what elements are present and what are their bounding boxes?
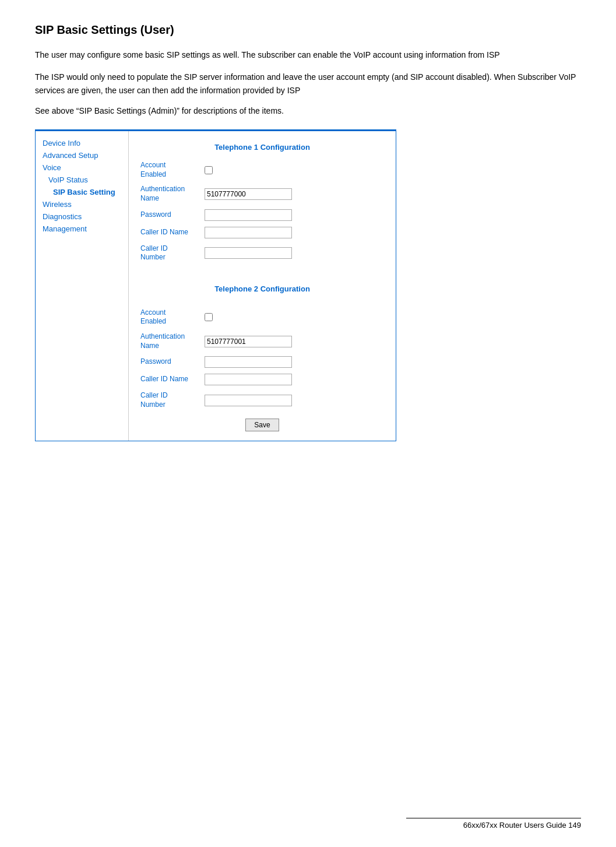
sidebar-item-diagnostics[interactable]: Diagnostics xyxy=(36,210,128,223)
label-t2-auth-name: AuthenticationName xyxy=(140,332,205,350)
label-t1-password: Password xyxy=(140,210,205,220)
form-row-t2-auth-name: AuthenticationName xyxy=(140,332,384,350)
see-above-text: See above “SIP Basic Settings (Admin)” f… xyxy=(35,106,581,115)
input-t1-password[interactable] xyxy=(205,209,292,221)
description-1: The user may configure some basic SIP se… xyxy=(35,48,581,61)
form-row-t2-caller-id-name: Caller ID Name xyxy=(140,374,384,385)
sidebar: Device Info Advanced Setup Voice VoIP St… xyxy=(36,131,129,441)
sidebar-item-device-info[interactable]: Device Info xyxy=(36,137,128,149)
ui-container: Device Info Advanced Setup Voice VoIP St… xyxy=(35,129,396,441)
main-panel: Telephone 1 Configuration AccountEnabled… xyxy=(129,131,396,441)
input-t1-caller-id-number[interactable] xyxy=(205,247,292,259)
label-t2-password: Password xyxy=(140,357,205,367)
label-t2-caller-id-number: Caller IDNumber xyxy=(140,391,205,409)
sidebar-item-sip-basic-setting[interactable]: SIP Basic Setting xyxy=(36,186,128,198)
telephone2-title: Telephone 2 Configuration xyxy=(140,284,384,293)
sidebar-item-voip-status[interactable]: VoIP Status xyxy=(36,174,128,186)
form-row-t2-account-enabled: AccountEnabled xyxy=(140,308,384,326)
label-t2-caller-id-name: Caller ID Name xyxy=(140,375,205,384)
telephone1-title: Telephone 1 Configuration xyxy=(140,143,384,152)
label-t1-account-enabled: AccountEnabled xyxy=(140,161,205,179)
sidebar-item-wireless[interactable]: Wireless xyxy=(36,198,128,210)
label-t1-auth-name: AuthenticationName xyxy=(140,185,205,203)
label-t2-account-enabled: AccountEnabled xyxy=(140,308,205,326)
input-t1-account-enabled[interactable] xyxy=(205,166,213,174)
save-button[interactable]: Save xyxy=(245,419,279,431)
page-title: SIP Basic Settings (User) xyxy=(35,23,581,37)
sidebar-item-advanced-setup[interactable]: Advanced Setup xyxy=(36,149,128,161)
form-row-t1-password: Password xyxy=(140,209,384,221)
description-2: The ISP would only need to populate the … xyxy=(35,71,581,97)
label-t1-caller-id-number: Caller IDNumber xyxy=(140,244,205,262)
save-row: Save xyxy=(140,419,384,431)
input-t2-auth-name[interactable] xyxy=(205,336,292,347)
form-row-t1-auth-name: AuthenticationName xyxy=(140,185,384,203)
form-row-t1-account-enabled: AccountEnabled xyxy=(140,161,384,179)
input-t1-caller-id-name[interactable] xyxy=(205,227,292,238)
sidebar-item-voice[interactable]: Voice xyxy=(36,161,128,174)
input-t2-account-enabled[interactable] xyxy=(205,313,213,321)
label-t1-caller-id-name: Caller ID Name xyxy=(140,228,205,237)
sidebar-item-management[interactable]: Management xyxy=(36,223,128,235)
input-t2-caller-id-number[interactable] xyxy=(205,395,292,406)
input-t1-auth-name[interactable] xyxy=(205,188,292,200)
form-row-t1-caller-id-number: Caller IDNumber xyxy=(140,244,384,262)
form-row-t2-caller-id-number: Caller IDNumber xyxy=(140,391,384,409)
page-footer: 66xx/67xx Router Users Guide 149 xyxy=(406,818,581,830)
input-t2-caller-id-name[interactable] xyxy=(205,374,292,385)
input-t2-password[interactable] xyxy=(205,356,292,368)
form-row-t2-password: Password xyxy=(140,356,384,368)
form-row-t1-caller-id-name: Caller ID Name xyxy=(140,227,384,238)
